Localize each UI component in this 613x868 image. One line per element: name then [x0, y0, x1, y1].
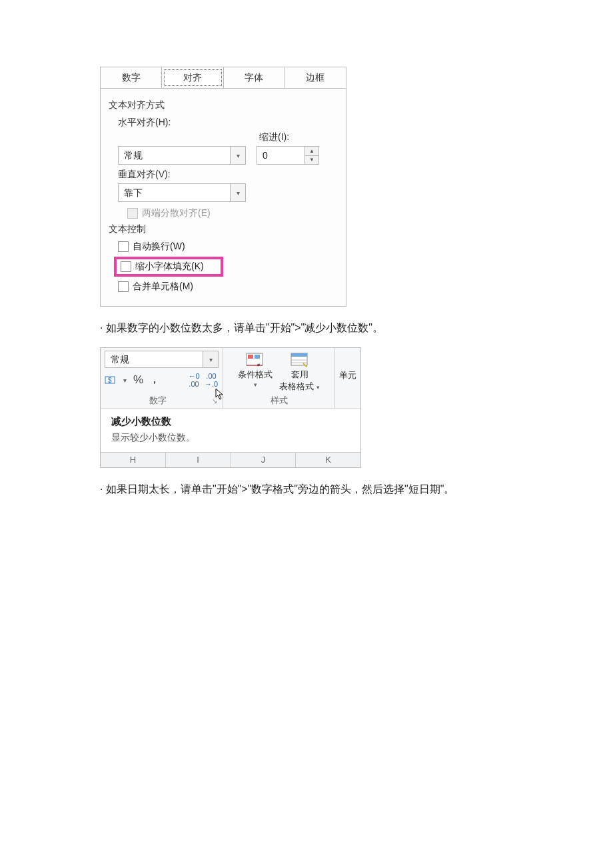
spinner-down-icon[interactable]: ▼ — [305, 156, 318, 165]
format-as-table-label-l1: 套用 — [291, 369, 308, 380]
horizontal-align-select[interactable]: 常规 ▾ — [118, 146, 246, 165]
dialog-launcher-icon[interactable]: ↘ — [211, 397, 219, 405]
column-headers: H I J K — [101, 452, 360, 467]
chevron-down-icon[interactable]: ▾ — [316, 384, 320, 391]
shrink-to-fit-highlight: 缩小字体填充(K) — [114, 257, 223, 277]
increase-decimal-button[interactable]: ←0.00 — [187, 372, 201, 388]
number-format-value: 常规 — [105, 351, 203, 367]
section-textctrl-label: 文本控制 — [109, 223, 338, 235]
conditional-formatting-icon: ≠ — [245, 352, 265, 368]
tab-alignment[interactable]: 对齐 — [162, 67, 223, 88]
currency-button[interactable]: $ — [105, 375, 117, 385]
column-header[interactable]: I — [166, 453, 231, 467]
svg-rect-4 — [255, 355, 260, 359]
ribbon-group-styles: ≠ 条件格式 ▾ — [223, 348, 335, 408]
horizontal-align-label: 水平对齐(H): — [118, 117, 338, 129]
dialog-tabs: 数字 对齐 字体 边框 — [101, 67, 346, 89]
instruction-line-2: · 如果日期太长，请单击"开始">"数字格式"旁边的箭头，然后选择"短日期"。 — [100, 483, 520, 497]
chevron-down-icon[interactable]: ▾ — [254, 381, 257, 388]
vertical-align-select[interactable]: 靠下 ▾ — [118, 183, 246, 202]
column-header[interactable]: K — [296, 453, 360, 467]
spinner-up-icon[interactable]: ▲ — [305, 147, 318, 156]
horizontal-align-value: 常规 — [119, 147, 230, 164]
tab-number[interactable]: 数字 — [101, 67, 162, 88]
svg-text:$: $ — [108, 377, 112, 384]
merge-cells-label: 合并单元格(M) — [133, 281, 193, 293]
svg-rect-8 — [291, 353, 307, 357]
column-header[interactable]: J — [231, 453, 297, 467]
tab-border[interactable]: 边框 — [285, 67, 346, 88]
section-alignment-label: 文本对齐方式 — [109, 99, 338, 111]
decrease-decimal-button[interactable]: .00→.0 — [204, 372, 219, 388]
tooltip-title: 减少小数位数 — [111, 415, 350, 428]
format-as-table-button[interactable]: 套用 表格格式 ▾ — [279, 351, 320, 391]
indent-label: 缩进(I): — [259, 131, 319, 143]
merge-cells-checkbox[interactable] — [118, 281, 129, 292]
number-format-select[interactable]: 常规 ▾ — [105, 351, 219, 368]
group-number-label: 数字 — [105, 395, 211, 407]
svg-text:≠: ≠ — [257, 362, 261, 368]
format-as-table-label-l2: 表格格式 — [279, 381, 314, 391]
indent-value: 0 — [257, 147, 305, 164]
decrease-decimal-tooltip: 减少小数位数 显示较少小数位数。 — [101, 408, 360, 452]
column-header[interactable]: H — [101, 453, 166, 467]
shrink-to-fit-checkbox[interactable] — [121, 261, 131, 272]
distributed-checkbox — [127, 208, 138, 219]
format-cells-dialog: 数字 对齐 字体 边框 文本对齐方式 水平对齐(H): 常规 ▾ 缩进(I): … — [100, 67, 346, 307]
distributed-label: 两端分散对齐(E) — [142, 207, 211, 219]
ribbon-group-cells: 单元 — [335, 348, 360, 408]
comma-button[interactable]: ， — [150, 374, 159, 386]
vertical-align-label: 垂直对齐(V): — [118, 169, 338, 181]
cells-label: 单元 — [339, 369, 356, 381]
svg-rect-3 — [248, 355, 253, 359]
tab-font[interactable]: 字体 — [224, 67, 285, 88]
ribbon-snippet: 常规 ▾ $ ▾ % ， ←0.00 .00→.0 — [100, 347, 361, 468]
instruction-line-1: · 如果数字的小数位数太多，请单击"开始">"减少小数位数"。 — [100, 321, 520, 335]
tooltip-description: 显示较少小数位数。 — [111, 432, 350, 444]
chevron-down-icon[interactable]: ▾ — [230, 147, 245, 164]
group-styles-label: 样式 — [227, 395, 330, 407]
wrap-text-label: 自动换行(W) — [133, 241, 185, 253]
indent-spinner[interactable]: 0 ▲ ▼ — [257, 146, 319, 165]
chevron-down-icon[interactable]: ▾ — [123, 377, 127, 384]
ribbon-group-number: 常规 ▾ $ ▾ % ， ←0.00 .00→.0 — [101, 348, 223, 408]
vertical-align-value: 靠下 — [119, 184, 230, 201]
format-as-table-icon — [290, 352, 310, 368]
conditional-formatting-button[interactable]: ≠ 条件格式 ▾ — [238, 351, 273, 391]
shrink-to-fit-label: 缩小字体填充(K) — [135, 261, 204, 273]
chevron-down-icon[interactable]: ▾ — [203, 351, 218, 367]
conditional-formatting-label: 条件格式 — [238, 369, 273, 380]
wrap-text-checkbox[interactable] — [118, 241, 129, 252]
chevron-down-icon[interactable]: ▾ — [230, 184, 245, 201]
percent-button[interactable]: % — [133, 373, 143, 387]
